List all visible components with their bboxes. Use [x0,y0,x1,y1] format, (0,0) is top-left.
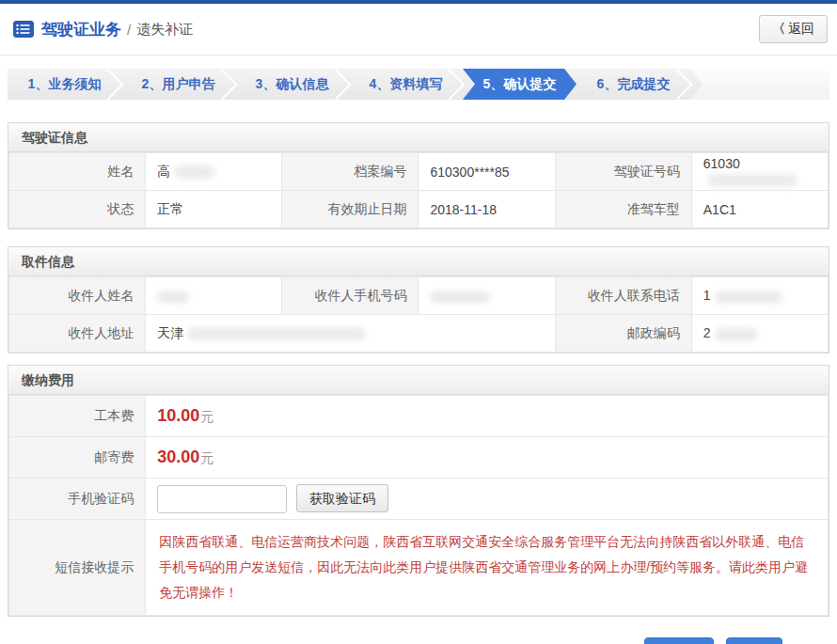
sms-code-label: 手机验证码 [9,479,146,520]
license-info-table: 姓名 高 档案编号 610300****85 驾驶证号码 61030 状态 正常… [8,152,829,228]
vehicle-class-value: A1C1 [691,191,828,228]
step-bar-filler [690,69,829,100]
breadcrumb: 驾驶证业务 / 遗失补证 [13,19,193,40]
file-no-value: 610300****85 [418,153,555,191]
table-row: 工本费 10.00元 [9,396,829,437]
table-row: 邮寄费 30.00元 [9,437,829,479]
fees-panel: 缴纳费用 工本费 10.00元 邮寄费 30.00元 手机验证码 获取验证码 短… [8,365,829,617]
redacted-blur [157,291,189,304]
step-progress-bar: 1、业务须知 2、用户申告 3、确认信息 4、资料填写 5、确认提交 6、完成提… [8,69,829,100]
previous-step-button[interactable]: 上一步 [644,637,714,644]
table-row: 手机验证码 获取验证码 [9,479,829,520]
license-no-label: 驾驶证号码 [555,153,691,191]
step-2-user-declaration[interactable]: 2、用户申告 [121,69,235,100]
redacted-blur [715,291,782,304]
fees-table: 工本费 10.00元 邮寄费 30.00元 手机验证码 获取验证码 短信接收提示… [8,395,829,616]
redacted-blur [187,327,366,340]
vehicle-class-label: 准驾车型 [555,191,691,228]
license-info-panel: 驾驶证信息 姓名 高 档案编号 610300****85 驾驶证号码 61030… [8,122,829,229]
postal-code-value: 2 [691,315,828,353]
step-3-confirm-info[interactable]: 3、确认信息 [235,69,349,100]
postal-code-label: 邮政编码 [555,315,691,353]
production-fee-value: 10.00元 [146,396,829,437]
back-button[interactable]: 〈返回 [759,15,828,43]
step-5-confirm-submit[interactable]: 5、确认提交 [463,69,576,100]
name-value: 高 [146,153,282,191]
postage-fee-label: 邮寄费 [9,437,146,479]
table-row: 短信接收提示 因陕西省联通、电信运营商技术问题，陕西省互联网交通安全综合服务管理… [9,520,829,616]
fees-title: 缴纳费用 [8,366,829,395]
delivery-info-panel: 取件信息 收件人姓名 收件人手机号码 收件人联系电话 1 收件人地址 天津 邮政… [8,246,829,353]
recipient-phone-value: 1 [691,277,828,315]
sms-code-cell: 获取验证码 [146,479,829,520]
file-no-label: 档案编号 [282,153,418,191]
status-label: 状态 [9,191,146,228]
fee-unit: 元 [200,409,213,424]
license-no-value: 61030 [691,153,828,191]
recipient-address-label: 收件人地址 [9,315,146,353]
sms-notice-text: 因陕西省联通、电信运营商技术问题，陕西省互联网交通安全综合服务管理平台无法向持陕… [159,529,814,605]
delivery-info-table: 收件人姓名 收件人手机号码 收件人联系电话 1 收件人地址 天津 邮政编码 2 [8,276,829,353]
back-arrow-icon: 〈 [772,21,785,36]
recipient-mobile-label: 收件人手机号码 [282,277,418,315]
recipient-mobile-value [418,277,555,315]
name-label: 姓名 [9,153,146,191]
postage-fee-amount: 30.00 [157,448,199,466]
sms-notice-cell: 因陕西省联通、电信运营商技术问题，陕西省互联网交通安全综合服务管理平台无法向持陕… [146,520,829,616]
delivery-info-title: 取件信息 [8,247,829,276]
list-icon [13,21,34,38]
sms-notice-label: 短信接收提示 [9,520,146,616]
table-row: 收件人姓名 收件人手机号码 收件人联系电话 1 [9,277,829,315]
page-header: 驾驶证业务 / 遗失补证 〈返回 [0,4,837,55]
page-title: 驾驶证业务 [41,19,121,40]
recipient-address-value: 天津 [146,315,555,353]
postage-fee-value: 30.00元 [146,437,829,479]
redacted-blur [430,291,490,304]
redacted-blur [174,165,215,179]
get-sms-code-button[interactable]: 获取验证码 [296,484,388,512]
sms-code-input[interactable] [157,485,287,513]
production-fee-amount: 10.00 [157,406,199,425]
table-row: 收件人地址 天津 邮政编码 2 [9,315,829,353]
production-fee-label: 工本费 [9,396,146,437]
fee-unit: 元 [200,450,213,465]
back-button-label: 返回 [788,21,814,36]
expiry-label: 有效期止日期 [282,191,418,228]
finish-button[interactable]: 完成 [726,637,782,644]
step-1-business-notice[interactable]: 1、业务须知 [8,69,121,100]
step-4-fill-materials[interactable]: 4、资料填写 [349,69,463,100]
recipient-phone-label: 收件人联系电话 [555,277,691,315]
step-6-complete-submit[interactable]: 6、完成提交 [576,69,690,100]
page-subtitle: 遗失补证 [136,21,193,39]
table-row: 姓名 高 档案编号 610300****85 驾驶证号码 61030 [9,153,829,191]
redacted-blur [715,328,758,341]
breadcrumb-separator: / [127,22,131,38]
recipient-name-label: 收件人姓名 [9,277,146,315]
recipient-name-value [146,277,282,315]
expiry-value: 2018-11-18 [418,191,555,228]
redacted-blur [707,174,798,187]
status-value: 正常 [146,191,282,228]
bottom-actions: 上一步 完成 [0,637,837,644]
license-info-title: 驾驶证信息 [8,123,829,152]
table-row: 状态 正常 有效期止日期 2018-11-18 准驾车型 A1C1 [9,191,829,228]
